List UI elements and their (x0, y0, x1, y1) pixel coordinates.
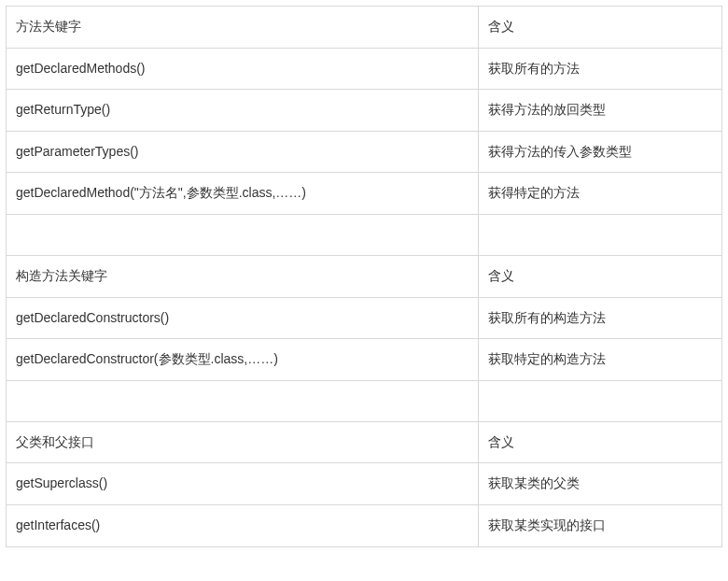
table-row: getDeclaredConstructors()获取所有的构造方法 (7, 297, 722, 339)
table-row: 构造方法关键字含义 (7, 255, 722, 297)
cell-keyword: getParameterTypes() (7, 131, 479, 173)
cell-meaning: 获取某类的父类 (479, 463, 722, 505)
cell-meaning: 获取某类实现的接口 (479, 504, 722, 546)
table-row: 父类和父接口含义 (7, 421, 722, 463)
table-row: getParameterTypes()获得方法的传入参数类型 (7, 131, 722, 173)
cell-meaning: 含义 (479, 255, 722, 297)
cell-empty (7, 380, 479, 421)
table-row-empty (7, 214, 722, 255)
cell-keyword: getSuperclass() (7, 463, 479, 505)
table-row: getInterfaces()获取某类实现的接口 (7, 504, 722, 546)
cell-empty (479, 380, 722, 421)
table-row: getDeclaredMethod("方法名",参数类型.class,……)获得… (7, 173, 722, 215)
cell-empty (7, 214, 479, 255)
table-body: 方法关键字含义 getDeclaredMethods()获取所有的方法 getR… (7, 7, 722, 547)
cell-keyword: 父类和父接口 (7, 421, 479, 463)
cell-meaning: 获得方法的放回类型 (479, 90, 722, 132)
table-row: getDeclaredConstructor(参数类型.class,……)获取特… (7, 339, 722, 381)
cell-keyword: getDeclaredConstructor(参数类型.class,……) (7, 339, 479, 381)
cell-keyword: 方法关键字 (7, 7, 479, 49)
cell-meaning: 获取所有的构造方法 (479, 297, 722, 339)
cell-meaning: 获取所有的方法 (479, 48, 722, 90)
cell-meaning: 获得方法的传入参数类型 (479, 131, 722, 173)
cell-empty (479, 214, 722, 255)
table-row: getSuperclass()获取某类的父类 (7, 463, 722, 505)
cell-keyword: 构造方法关键字 (7, 255, 479, 297)
reflection-api-table: 方法关键字含义 getDeclaredMethods()获取所有的方法 getR… (6, 6, 722, 547)
cell-keyword: getInterfaces() (7, 504, 479, 546)
table-row: getDeclaredMethods()获取所有的方法 (7, 48, 722, 90)
table-row-empty (7, 380, 722, 421)
table-row: getReturnType()获得方法的放回类型 (7, 90, 722, 132)
cell-keyword: getDeclaredMethods() (7, 48, 479, 90)
cell-meaning: 获取特定的构造方法 (479, 339, 722, 381)
cell-keyword: getDeclaredConstructors() (7, 297, 479, 339)
cell-meaning: 含义 (479, 7, 722, 49)
table-row: 方法关键字含义 (7, 7, 722, 49)
cell-meaning: 含义 (479, 421, 722, 463)
cell-meaning: 获得特定的方法 (479, 173, 722, 215)
cell-keyword: getDeclaredMethod("方法名",参数类型.class,……) (7, 173, 479, 215)
cell-keyword: getReturnType() (7, 90, 479, 132)
